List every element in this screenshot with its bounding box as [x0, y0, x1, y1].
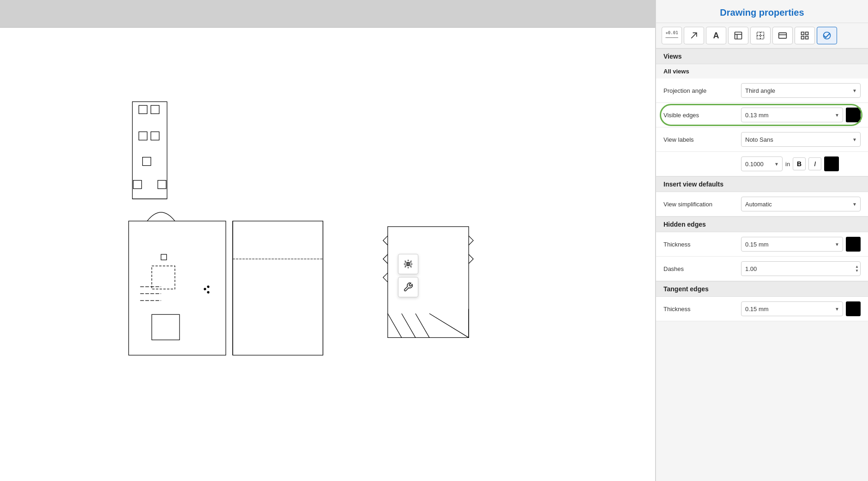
dashes-spinner-wrapper: ▲ ▼ — [741, 261, 861, 276]
svg-line-33 — [691, 33, 697, 38]
subsection-all-views: All views — [656, 64, 868, 78]
hidden-edges-thickness-control: 0.05 mm 0.10 mm 0.13 mm 0.15 mm 0.18 mm … — [741, 237, 861, 252]
svg-rect-3 — [139, 132, 147, 140]
svg-point-16 — [207, 286, 209, 288]
svg-rect-42 — [802, 32, 804, 35]
svg-line-24 — [388, 313, 402, 337]
toolbar-btn-view-rect[interactable] — [772, 27, 793, 44]
panel-header: Drawing properties — [656, 0, 868, 23]
hidden-edges-color-swatch[interactable] — [846, 237, 861, 252]
view-simplification-select[interactable]: Automatic Manual — [741, 197, 861, 211]
svg-rect-5 — [143, 157, 151, 166]
toolbar-btn-frame[interactable] — [728, 27, 748, 44]
projection-angle-row: Projection angle First angle Third angle — [656, 78, 868, 103]
section-insert-view-defaults: Insert view defaults — [656, 176, 868, 192]
toolbar-icons: +0.01───── A — [656, 23, 868, 48]
svg-rect-7 — [158, 180, 166, 189]
view-labels-control: Arial Noto Sans Times New Roman — [741, 132, 861, 147]
svg-rect-10 — [152, 266, 175, 289]
tangent-edges-thickness-wrapper: 0.05 mm 0.10 mm 0.13 mm 0.15 mm 0.18 mm … — [741, 301, 843, 316]
font-options-row: 0.0800 0.1000 0.1200 0.1400 in B I — [656, 152, 868, 176]
svg-rect-11 — [161, 254, 167, 260]
svg-line-26 — [416, 313, 429, 337]
tangent-edges-thickness-control: 0.05 mm 0.10 mm 0.13 mm 0.15 mm 0.18 mm … — [741, 301, 861, 316]
dashes-spinner-arrows: ▲ ▼ — [855, 265, 859, 273]
dashes-input[interactable] — [741, 261, 861, 276]
hidden-edges-thickness-select[interactable]: 0.05 mm 0.10 mm 0.13 mm 0.15 mm 0.18 mm … — [741, 237, 843, 252]
dashes-up-arrow[interactable]: ▲ — [855, 265, 859, 269]
toolbar-btn-grid[interactable] — [795, 27, 815, 44]
svg-line-27 — [429, 313, 469, 337]
canvas-area — [0, 28, 655, 481]
font-color-swatch[interactable] — [824, 156, 839, 171]
section-hidden-edges: Hidden edges — [656, 216, 868, 232]
wrench-button[interactable] — [398, 277, 418, 297]
hidden-edges-dashes-control: ▲ ▼ — [741, 261, 861, 276]
tangent-edges-thickness-row: Thickness 0.05 mm 0.10 mm 0.13 mm 0.15 m… — [656, 297, 868, 321]
gear-filter-button[interactable] — [398, 254, 418, 274]
drawing-svg — [0, 28, 655, 481]
font-size-wrapper: 0.0800 0.1000 0.1200 0.1400 — [741, 156, 783, 171]
toolbar-btn-text[interactable]: A — [706, 27, 726, 44]
svg-rect-43 — [806, 32, 808, 35]
svg-point-17 — [207, 291, 209, 293]
font-unit-label: in — [785, 161, 790, 168]
svg-rect-18 — [152, 314, 180, 340]
tangent-edges-thickness-label: Thickness — [663, 306, 737, 313]
projection-angle-select[interactable]: First angle Third angle — [741, 83, 861, 98]
panel-title: Drawing properties — [665, 7, 859, 18]
top-bar — [0, 0, 655, 28]
svg-rect-45 — [806, 36, 808, 39]
visible-edges-control: 0.05 mm 0.10 mm 0.13 mm 0.15 mm 0.18 mm … — [741, 108, 861, 122]
svg-rect-34 — [735, 32, 742, 39]
svg-rect-6 — [133, 180, 142, 189]
italic-button[interactable]: I — [808, 157, 821, 170]
view-labels-font-select[interactable]: Arial Noto Sans Times New Roman — [741, 132, 861, 147]
view-labels-label: View labels — [663, 136, 737, 143]
view-simplification-label: View simplification — [663, 201, 737, 208]
toolbar-btn-check[interactable] — [817, 27, 837, 44]
visible-edges-dropdown-wrapper: 0.05 mm 0.10 mm 0.13 mm 0.15 mm 0.18 mm … — [741, 108, 843, 122]
svg-rect-40 — [779, 33, 787, 38]
view-labels-font-wrapper: Arial Noto Sans Times New Roman — [741, 132, 861, 147]
projection-angle-label: Projection angle — [663, 87, 737, 94]
svg-rect-1 — [139, 105, 147, 114]
projection-angle-dropdown-wrapper: First angle Third angle — [741, 83, 861, 98]
view-simplification-control: Automatic Manual — [741, 197, 861, 211]
visible-edges-select[interactable]: 0.05 mm 0.10 mm 0.13 mm 0.15 mm 0.18 mm … — [741, 108, 843, 122]
visible-edges-color-swatch[interactable] — [846, 108, 861, 122]
dashes-down-arrow[interactable]: ▼ — [855, 269, 859, 273]
svg-rect-4 — [151, 132, 159, 140]
svg-rect-9 — [129, 221, 226, 355]
svg-rect-0 — [133, 102, 167, 198]
svg-line-25 — [402, 313, 416, 337]
right-panel: Drawing properties +0.01───── A — [656, 0, 868, 481]
view-labels-row: View labels Arial Noto Sans Times New Ro… — [656, 127, 868, 152]
toolbar-btn-dimension[interactable]: +0.01───── — [662, 27, 682, 44]
toolbar-btn-dotted-rect[interactable] — [750, 27, 771, 44]
svg-rect-44 — [802, 36, 804, 39]
svg-point-15 — [204, 288, 206, 290]
font-options-control: 0.0800 0.1000 0.1200 0.1400 in B I — [741, 156, 861, 171]
hidden-edges-dashes-row: Dashes ▲ ▼ — [656, 257, 868, 281]
tangent-edges-thickness-select[interactable]: 0.05 mm 0.10 mm 0.13 mm 0.15 mm 0.18 mm … — [741, 301, 843, 316]
drawing-area — [0, 0, 656, 481]
section-tangent-edges: Tangent edges — [656, 281, 868, 297]
bold-button[interactable]: B — [793, 157, 806, 170]
projection-angle-control: First angle Third angle — [741, 83, 861, 98]
visible-edges-row: Visible edges 0.05 mm 0.10 mm 0.13 mm 0.… — [656, 103, 868, 127]
svg-rect-2 — [151, 105, 159, 114]
font-size-select[interactable]: 0.0800 0.1000 0.1200 0.1400 — [741, 156, 783, 171]
view-simplification-dropdown-wrapper: Automatic Manual — [741, 197, 861, 211]
section-views: Views — [656, 48, 868, 64]
hidden-edges-thickness-row: Thickness 0.05 mm 0.10 mm 0.13 mm 0.15 m… — [656, 232, 868, 257]
visible-edges-label: Visible edges — [663, 112, 737, 119]
svg-rect-19 — [233, 221, 323, 355]
tangent-edges-color-swatch[interactable] — [846, 301, 861, 316]
view-simplification-row: View simplification Automatic Manual — [656, 192, 868, 216]
toolbar-btn-arrow[interactable] — [684, 27, 704, 44]
hidden-edges-dashes-label: Dashes — [663, 265, 737, 272]
hidden-edges-thickness-wrapper: 0.05 mm 0.10 mm 0.13 mm 0.15 mm 0.18 mm … — [741, 237, 843, 252]
hidden-edges-thickness-label: Thickness — [663, 241, 737, 248]
